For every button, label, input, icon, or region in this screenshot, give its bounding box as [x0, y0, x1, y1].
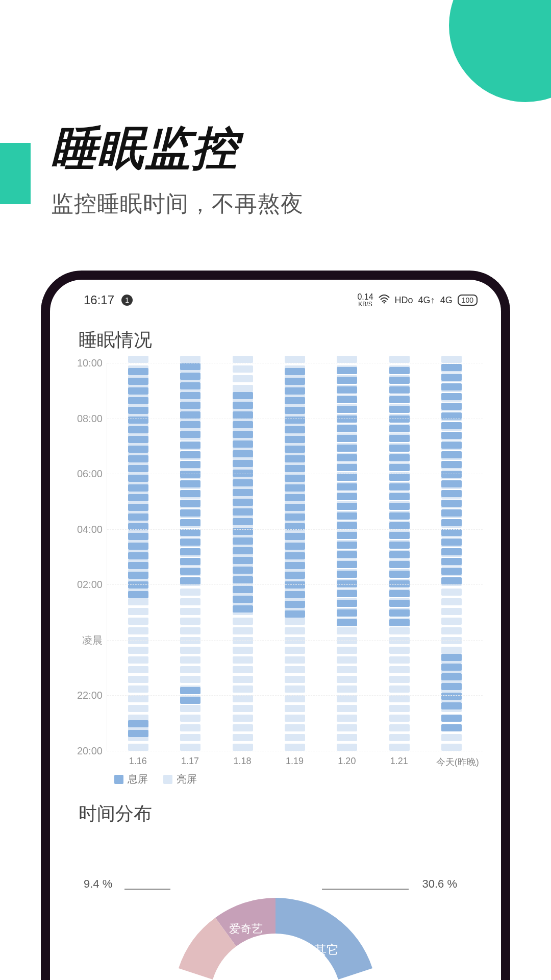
net-speed-value: 0.14 [357, 293, 373, 301]
decor-corner [449, 0, 551, 102]
x-tick: 1.20 [332, 756, 362, 768]
status-time: 16:17 [84, 293, 114, 307]
signal-2: 4G [440, 295, 453, 306]
donut-label-right: 其它 [314, 943, 339, 957]
y-tick: 20:00 [77, 745, 103, 757]
y-tick: 凌晨 [82, 633, 103, 647]
donut-chart[interactable]: 9.4 % 30.6 % 其它 爱奇艺 [53, 862, 498, 980]
x-tick: 1.21 [384, 756, 414, 768]
donut-pct-left: 9.4 % [84, 877, 112, 891]
phone-screen: 16:17 1 0.14 KB/S HDo 4G↑ 4G 100 睡眠情况 10… [53, 283, 498, 980]
x-axis: 1.161.171.181.191.201.21今天(昨晚) [107, 751, 483, 768]
day-column[interactable] [123, 363, 154, 751]
section-distribution-title: 时间分布 [53, 786, 498, 837]
x-tick: 1.18 [227, 756, 258, 768]
day-column[interactable] [175, 363, 206, 751]
y-tick: 08:00 [77, 412, 103, 424]
wifi-icon [379, 295, 390, 306]
day-column[interactable] [228, 363, 258, 751]
legend-on-label: 亮屏 [177, 772, 197, 786]
day-column[interactable] [384, 363, 415, 751]
net-speed-unit: KB/S [358, 301, 372, 307]
y-tick: 06:00 [77, 468, 103, 480]
legend-on: 亮屏 [163, 772, 197, 786]
donut-label-left: 爱奇艺 [229, 922, 263, 935]
signal-1: 4G↑ [418, 295, 435, 306]
battery-icon: 100 [458, 295, 478, 306]
hd-icon: HDo [395, 295, 413, 306]
y-tick: 04:00 [77, 523, 103, 535]
page-title: 睡眠监控 [51, 117, 239, 180]
status-bar: 16:17 1 0.14 KB/S HDo 4G↑ 4G 100 [53, 283, 498, 312]
donut-slice-other [276, 898, 372, 979]
notification-badge: 1 [121, 295, 133, 306]
chart-legend: 息屏 亮屏 [114, 768, 483, 786]
page-subtitle: 监控睡眠时间，不再熬夜 [51, 189, 304, 219]
section-sleep-title: 睡眠情况 [53, 312, 498, 363]
net-speed: 0.14 KB/S [357, 293, 373, 307]
svg-point-0 [383, 302, 385, 303]
sleep-chart[interactable]: 10:0008:0006:0004:0002:00凌晨22:0020:00 1.… [53, 363, 498, 786]
y-tick: 02:00 [77, 579, 103, 591]
chart-plot [107, 363, 483, 751]
x-tick: 今天(昨晚) [436, 756, 467, 768]
donut-pct-right: 30.6 % [422, 877, 458, 891]
y-axis: 10:0008:0006:0004:0002:00凌晨22:0020:00 [63, 363, 107, 751]
day-column[interactable] [436, 363, 467, 751]
legend-off-label: 息屏 [128, 772, 148, 786]
y-tick: 22:00 [77, 690, 103, 701]
y-tick: 10:00 [77, 357, 103, 369]
decor-side [0, 143, 31, 204]
legend-off: 息屏 [114, 772, 148, 786]
x-tick: 1.17 [175, 756, 206, 768]
x-tick: 1.19 [279, 756, 310, 768]
day-column[interactable] [332, 363, 362, 751]
x-tick: 1.16 [122, 756, 153, 768]
donut-svg: 其它 爱奇艺 [148, 872, 403, 980]
day-column[interactable] [280, 363, 310, 751]
phone-frame: 16:17 1 0.14 KB/S HDo 4G↑ 4G 100 睡眠情况 10… [41, 271, 510, 980]
